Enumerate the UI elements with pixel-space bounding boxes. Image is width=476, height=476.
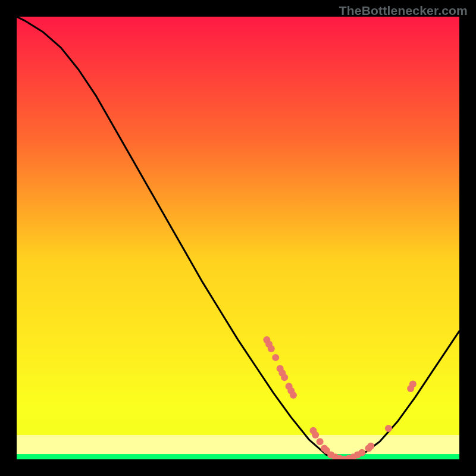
curve-marker <box>312 431 319 439</box>
curve-marker <box>385 425 392 432</box>
curve-marker <box>367 443 374 450</box>
curve-marker <box>281 374 288 381</box>
chart-plot <box>17 17 459 459</box>
gradient-bg <box>17 17 459 459</box>
curve-marker <box>290 392 297 399</box>
curve-marker <box>409 381 416 388</box>
curve-marker <box>317 438 324 445</box>
curve-marker <box>272 354 279 361</box>
chart-svg <box>17 17 459 459</box>
chart-frame: TheBottlenecker.com <box>0 0 476 476</box>
bottom-green-line <box>17 454 459 459</box>
curve-marker <box>268 345 275 352</box>
curve-marker <box>358 449 365 456</box>
attribution-label: TheBottlenecker.com <box>339 4 468 18</box>
